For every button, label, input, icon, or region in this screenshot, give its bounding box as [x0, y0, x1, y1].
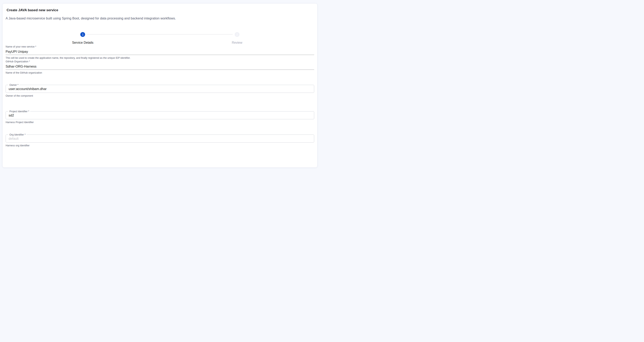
- project-identifier-input[interactable]: [6, 111, 314, 119]
- field-owner: Owner * Owner of the component: [6, 85, 314, 98]
- field-service-name: Name of your new service * This will be …: [6, 45, 314, 60]
- project-identifier-label: Project Identifier *: [8, 110, 30, 113]
- github-organization-label: GitHub Organization *: [6, 60, 314, 63]
- org-identifier-input[interactable]: [6, 135, 314, 142]
- owner-input[interactable]: [6, 85, 314, 93]
- github-organization-input[interactable]: [6, 64, 314, 70]
- project-identifier-helper: Harness Project Identifier: [6, 120, 314, 124]
- service-details-form: Name of your new service * This will be …: [6, 45, 314, 147]
- owner-label: Owner *: [8, 83, 20, 87]
- page-title: Create JAVA based new service: [6, 8, 313, 13]
- org-identifier-input-box: Org Identifier *: [6, 134, 314, 142]
- service-name-helper: This will be used to create the applicat…: [6, 56, 314, 60]
- step-2-label: Review: [232, 41, 242, 45]
- org-identifier-label: Org Identifier *: [8, 133, 27, 136]
- service-name-label: Name of your new service *: [6, 45, 314, 49]
- step-2-indicator: 2: [235, 32, 240, 37]
- field-org-identifier: Org Identifier * Harness org Identifier: [6, 134, 314, 147]
- owner-input-box: Owner *: [6, 85, 314, 93]
- wizard-stepper: 1 Service Details 2 Review: [6, 32, 314, 45]
- github-organization-helper: Name of the GitHub organization: [6, 71, 314, 75]
- field-github-organization: GitHub Organization * Name of the GitHub…: [6, 60, 314, 75]
- step-service-details: 1 Service Details: [6, 32, 160, 45]
- org-identifier-helper: Harness org Identifier: [6, 144, 314, 147]
- owner-helper: Owner of the component: [6, 94, 314, 98]
- service-name-input[interactable]: [6, 49, 314, 55]
- step-review: 2 Review: [160, 32, 314, 45]
- create-service-card: Create JAVA based new service A Java-bas…: [2, 4, 317, 167]
- step-1-indicator: 1: [80, 32, 85, 37]
- project-identifier-input-box: Project Identifier *: [6, 111, 314, 119]
- field-project-identifier: Project Identifier * Harness Project Ide…: [6, 111, 314, 124]
- page-subtitle: A Java-based microservice built using Sp…: [6, 16, 314, 21]
- step-1-label: Service Details: [72, 41, 94, 45]
- page-background: Create JAVA based new service A Java-bas…: [0, 0, 322, 171]
